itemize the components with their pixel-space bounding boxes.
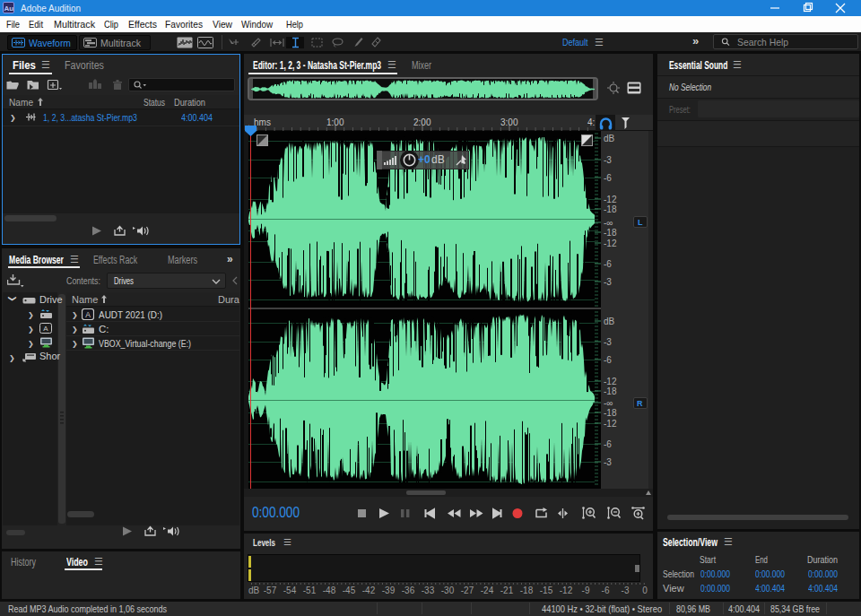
svg-text:-36: -36 [402, 586, 415, 595]
svg-text:-3: -3 [604, 277, 612, 287]
svg-text:-∞: -∞ [604, 218, 613, 228]
svg-text:-12: -12 [604, 419, 617, 429]
svg-text:-6: -6 [602, 586, 610, 595]
svg-text:-51: -51 [303, 586, 317, 595]
svg-text:dB: dB [248, 586, 260, 595]
svg-text:-∞: -∞ [604, 398, 613, 408]
svg-text:-39: -39 [382, 586, 396, 595]
svg-text:-6: -6 [604, 259, 612, 269]
svg-text:-3: -3 [604, 337, 612, 347]
svg-text:-18: -18 [604, 204, 617, 214]
svg-text:-3: -3 [604, 457, 612, 467]
svg-text:-48: -48 [323, 586, 336, 595]
svg-text:-6: -6 [604, 173, 612, 183]
svg-text:-15: -15 [540, 586, 553, 595]
svg-text:0: 0 [642, 586, 648, 595]
svg-text:-27: -27 [461, 586, 474, 595]
svg-text:-6: -6 [604, 439, 612, 449]
svg-text:-12: -12 [604, 377, 617, 386]
svg-text:dB: dB [604, 317, 615, 326]
svg-text:-18: -18 [604, 408, 617, 418]
svg-text:-18: -18 [604, 228, 617, 238]
svg-text:-21: -21 [500, 586, 514, 595]
svg-text:-18: -18 [604, 386, 617, 396]
svg-text:-24: -24 [481, 586, 494, 595]
svg-text:-9: -9 [582, 586, 590, 595]
svg-text:-54: -54 [283, 586, 297, 595]
svg-text:-6: -6 [604, 355, 612, 365]
svg-text:-12: -12 [604, 239, 617, 248]
svg-text:-33: -33 [422, 586, 435, 595]
svg-text:-57: -57 [264, 586, 277, 595]
svg-text:-3: -3 [622, 586, 630, 595]
svg-text:dB: dB [604, 134, 615, 143]
svg-text:A: A [85, 310, 91, 319]
svg-text:-12: -12 [604, 195, 617, 204]
svg-text:-3: -3 [604, 155, 612, 165]
svg-text:-45: -45 [343, 586, 356, 595]
svg-text:-42: -42 [362, 586, 376, 595]
svg-text:A: A [43, 325, 48, 333]
svg-text:-30: -30 [441, 586, 455, 595]
svg-text:-18: -18 [520, 586, 534, 595]
svg-text:-12: -12 [560, 586, 573, 595]
